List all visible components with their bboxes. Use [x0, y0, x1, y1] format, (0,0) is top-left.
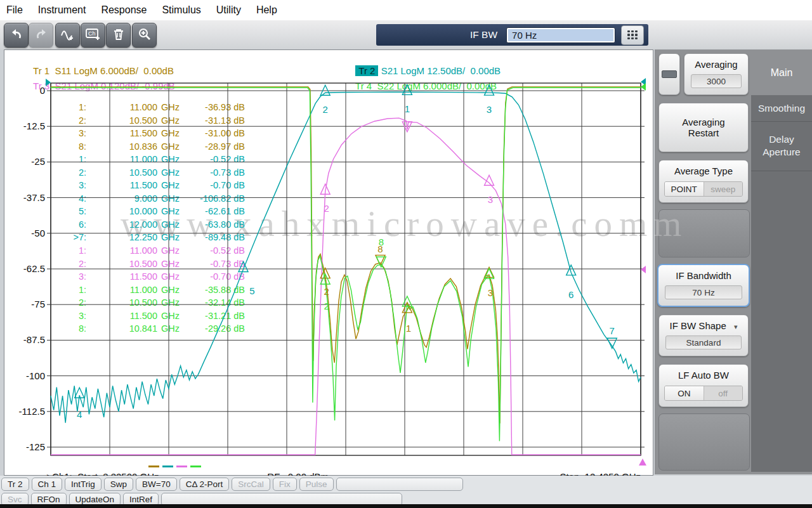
dropdown-arrow-icon: ▾	[734, 323, 738, 330]
bottom-edge-strip	[0, 504, 812, 508]
status-button-fix[interactable]: Fix	[273, 478, 297, 491]
menu-item-file[interactable]: File	[0, 4, 30, 16]
avg-bw-panel: Avg BW ✕ Main Smoothing Delay Aperture A…	[655, 24, 812, 474]
status-button-bw-70[interactable]: BW=70	[136, 478, 177, 491]
redo-button[interactable]	[29, 23, 53, 48]
status-button-tr-2[interactable]: Tr 2	[1, 478, 29, 491]
add-trace-icon	[60, 27, 75, 44]
marker-table-row: 1:11.000GHz-36.93 dB	[56, 101, 245, 114]
lf-auto-bw-button[interactable]: LF Auto BW ON off	[658, 364, 749, 407]
averaging-led-indicator	[662, 70, 677, 78]
menu-bar: File Instrument Response Stimulus Utilit…	[0, 0, 812, 21]
trace3-header[interactable]: Tr 3 S21 LogM 0.120dB/ -0.99dB	[28, 70, 175, 91]
zoom-button[interactable]	[132, 23, 157, 48]
undo-icon	[10, 27, 23, 44]
average-type-button[interactable]: Average Type POINT sweep	[658, 160, 749, 203]
ifbw-label: IF BW	[470, 29, 497, 41]
status-button-srccal[interactable]: SrcCal	[232, 478, 270, 491]
average-type-point-option[interactable]: POINT	[665, 182, 704, 196]
legend-dash-tr3	[176, 466, 187, 467]
tab-main[interactable]: Main	[751, 51, 812, 95]
marker-table-row: 1:11.000GHz-0.52 dB	[56, 153, 245, 166]
marker-table-row: 8:10.841GHz-29.26 dB	[56, 322, 245, 335]
legend-dash-tr2	[162, 466, 173, 467]
lf-auto-bw-off-option[interactable]: off	[704, 386, 743, 400]
panel-tab-column: Main Smoothing Delay Aperture	[751, 51, 812, 472]
empty-softkey-1	[658, 209, 750, 257]
ifbw-entry-bar: IF BW 70 Hz	[376, 24, 648, 46]
status-button-swp[interactable]: Swp	[104, 478, 133, 491]
averaging-value: 3000	[691, 74, 742, 88]
legend-dash-tr4	[190, 466, 201, 467]
status-button-inttrig[interactable]: IntTrig	[65, 478, 102, 491]
marker-table-row: 2:10.500GHz-0.73 dB	[56, 166, 245, 179]
keypad-button[interactable]	[621, 25, 644, 45]
marker-table-row: 6:12.000GHz-63.80 dB	[56, 218, 245, 231]
marker-table-row: 1:11.000GHz-0.52 dB	[56, 244, 245, 257]
marker-table-row: 4:9.000GHz-106.82 dB	[56, 192, 245, 205]
averaging-restart-button[interactable]: Averaging Restart	[658, 103, 749, 152]
legend-dash-tr1	[148, 466, 159, 467]
svg-text:Ch: Ch	[88, 30, 96, 37]
averaging-restart-label: Averaging Restart	[675, 117, 732, 138]
marker-table-row: 3:11.500GHz-31.21 dB	[56, 309, 245, 323]
menu-item-instrument[interactable]: Instrument	[30, 4, 94, 16]
if-bw-shape-value: Standard	[665, 335, 742, 349]
zoom-icon	[138, 27, 152, 44]
average-type-sweep-option[interactable]: sweep	[704, 182, 743, 196]
ifbw-input[interactable]: 70 Hz	[506, 27, 615, 43]
if-bandwidth-value: 70 Hz	[665, 285, 742, 299]
add-trace-button[interactable]	[55, 23, 80, 48]
marker-table-row: 2:10.500GHz-32.14 dB	[56, 296, 245, 309]
marker-table-row: 3:11.500GHz-31.00 dB	[56, 127, 245, 140]
delete-button[interactable]	[106, 23, 131, 48]
marker-table-row: 5:10.000GHz-62.61 dB	[56, 205, 245, 218]
marker-table-row: 2:10.500GHz-31.13 dB	[56, 114, 245, 127]
status-button-row-1: Tr 2Ch 1IntTrigSwpBW=70CΔ 2-PortSrcCalFi…	[1, 478, 463, 491]
if-bandwidth-button[interactable]: IF Bandwidth 70 Hz	[657, 264, 750, 307]
marker-table-row: 3:11.500GHz-0.70 dB	[56, 270, 245, 283]
tab-smoothing[interactable]: Smoothing	[751, 95, 812, 122]
keypad-icon	[627, 30, 638, 40]
status-button-c-2-port[interactable]: CΔ 2-Port	[180, 478, 230, 491]
status-button-ch-1[interactable]: Ch 1	[32, 478, 63, 491]
empty-softkey-2	[658, 414, 750, 471]
lf-auto-bw-on-option[interactable]: ON	[665, 386, 704, 400]
ifbw-input-value: 70 Hz	[508, 29, 613, 41]
averaging-button[interactable]: Averaging 3000	[684, 53, 749, 95]
menu-item-help[interactable]: Help	[249, 4, 285, 16]
add-channel-icon: Ch	[85, 27, 102, 44]
add-channel-button[interactable]: Ch	[81, 23, 105, 48]
marker-table-row: >7:12.250GHz-89.48 dB	[56, 231, 245, 244]
menu-item-stimulus[interactable]: Stimulus	[154, 4, 208, 16]
undo-button[interactable]	[4, 23, 29, 48]
menu-item-response[interactable]: Response	[93, 4, 154, 16]
if-bw-shape-button[interactable]: IF BW Shape ▾ Standard	[658, 315, 749, 356]
marker-table-row: 8:10.836GHz-28.97 dB	[56, 140, 245, 153]
status-button-empty[interactable]	[336, 478, 463, 491]
marker-table-row: 3:11.500GHz-0.70 dB	[56, 179, 245, 192]
menu-item-utility[interactable]: Utility	[209, 4, 249, 16]
trash-icon	[112, 27, 126, 44]
marker-table-row: 1:11.000GHz-35.88 dB	[56, 283, 245, 297]
tab-delay-aperture[interactable]: Delay Aperture	[751, 121, 812, 171]
trace4-header[interactable]: Tr 4 S22 LogM 6.000dB/ 0.00dB	[350, 70, 497, 91]
redo-icon	[34, 27, 48, 44]
marker-table-row: 2:10.500GHz-0.73 dB	[56, 257, 245, 271]
bottom-status-bar: Tr 2Ch 1IntTrigSwpBW=70CΔ 2-PortSrcCalFi…	[0, 476, 812, 504]
status-button-pulse[interactable]: Pulse	[299, 478, 334, 491]
averaging-enable-button[interactable]	[658, 53, 680, 95]
marker-readout-table: 1:11.000GHz-36.93 dB2:10.500GHz-31.13 dB…	[56, 101, 245, 335]
